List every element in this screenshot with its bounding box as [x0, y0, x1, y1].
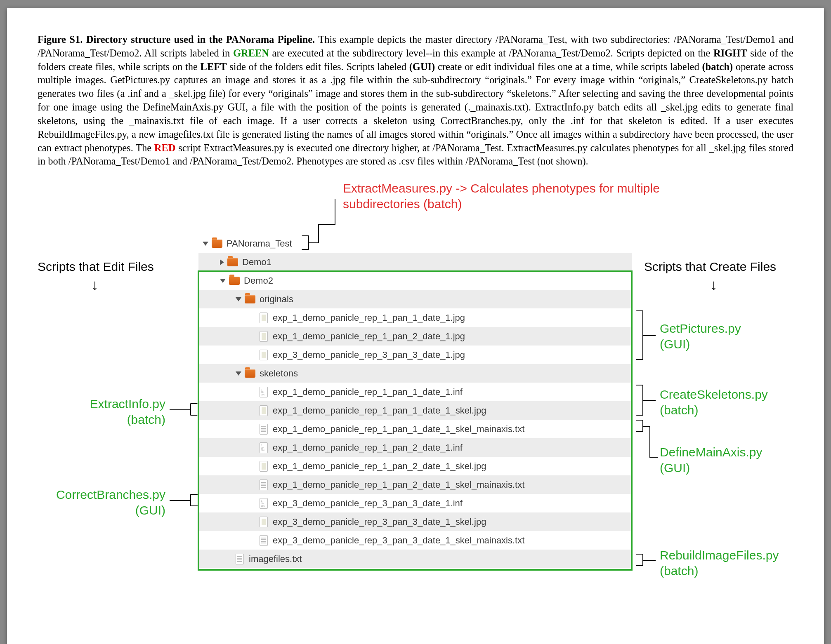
create-header: Scripts that Create Files [644, 259, 776, 275]
folder-icon [245, 369, 255, 378]
figure-page: Figure S1. Directory structure used in t… [7, 8, 824, 644]
tree-label: exp_1_demo_panicle_rep_1_pan_2_date_1.jp… [273, 331, 465, 342]
tree-row-file[interactable]: exp_1_demo_panicle_rep_1_pan_1_date_1.jp… [198, 308, 632, 327]
tree-row-file[interactable]: exp_1_demo_panicle_rep_1_pan_1_date_1_sk… [198, 420, 632, 438]
tree-label: Demo2 [244, 275, 273, 286]
tree-row-file[interactable]: exp_3_demo_panicle_rep_3_pan_3_date_1.jp… [198, 346, 632, 364]
rebuild-image-files-label: RebuildImageFiles.py(batch) [660, 548, 779, 578]
tree-label: skeletons [260, 368, 298, 379]
tree-label: PANorama_Test [227, 238, 292, 249]
jpg-file-icon [260, 517, 268, 527]
tree-row-file[interactable]: exp_3_demo_panicle_rep_3_pan_3_date_1.in… [198, 494, 632, 512]
figure-caption: Figure S1. Directory structure used in t… [38, 33, 793, 168]
green-word: GREEN [233, 47, 269, 59]
red-word: RED [154, 142, 176, 153]
tree-row-file[interactable]: exp_1_demo_panicle_rep_1_pan_2_date_1_sk… [198, 475, 632, 494]
tree-row-file[interactable]: exp_1_demo_panicle_rep_1_pan_2_date_1_sk… [198, 457, 632, 475]
diagram-area: ExtractMeasures.py -> Calculates phenoty… [38, 181, 793, 644]
txt-file-icon [236, 554, 244, 564]
tree-label: exp_3_demo_panicle_rep_3_pan_3_date_1.in… [273, 498, 463, 509]
tree-label: exp_1_demo_panicle_rep_1_pan_2_date_1_sk… [273, 461, 486, 472]
disclosure-open-icon[interactable] [236, 371, 241, 376]
jpg-file-icon [260, 461, 268, 472]
tree-row-file[interactable]: exp_3_demo_panicle_rep_3_pan_3_date_1_sk… [198, 512, 632, 531]
get-pictures-label: GetPictures.py(GUI) [660, 321, 741, 352]
tree-row-demo1[interactable]: Demo1 [198, 253, 632, 271]
tree-label: Demo1 [242, 257, 271, 268]
folder-icon [212, 240, 222, 248]
correct-branches-label: CorrectBranches.py(GUI) [38, 487, 165, 518]
tree-label: exp_1_demo_panicle_rep_1_pan_2_date_1_sk… [273, 479, 524, 490]
create-skeletons-label: CreateSkeletons.py(batch) [660, 387, 768, 418]
jpg-file-icon [260, 350, 268, 360]
tree-label: exp_1_demo_panicle_rep_1_pan_1_date_1_sk… [273, 424, 524, 435]
tree-row-skeletons[interactable]: skeletons [198, 364, 632, 383]
inf-file-icon [260, 498, 268, 509]
tree-label: exp_3_demo_panicle_rep_3_pan_3_date_1.jp… [273, 350, 465, 360]
tree-label: exp_1_demo_panicle_rep_1_pan_1_date_1_sk… [273, 405, 486, 416]
txt-file-icon [260, 424, 268, 435]
inf-file-icon [260, 387, 268, 397]
tree-row-originals[interactable]: originals [198, 290, 632, 308]
folder-icon [227, 258, 238, 266]
file-tree: PANorama_Test Demo1 Demo2 originals exp_… [198, 234, 632, 568]
tree-row-file[interactable]: exp_3_demo_panicle_rep_3_pan_3_date_1_sk… [198, 531, 632, 550]
tree-label: exp_1_demo_panicle_rep_1_pan_2_date_1.in… [273, 442, 463, 453]
tree-label: originals [260, 294, 293, 305]
folder-icon [229, 277, 240, 285]
tree-row-demo2[interactable]: Demo2 [198, 271, 632, 290]
jpg-file-icon [260, 405, 268, 416]
tree-row-file[interactable]: exp_1_demo_panicle_rep_1_pan_2_date_1.in… [198, 438, 632, 457]
tree-row-file[interactable]: exp_1_demo_panicle_rep_1_pan_1_date_1.in… [198, 383, 632, 401]
tree-label: exp_3_demo_panicle_rep_3_pan_3_date_1_sk… [273, 535, 524, 546]
tree-row-imagefiles[interactable]: imagefiles.txt [198, 550, 632, 568]
jpg-file-icon [260, 331, 268, 342]
inf-file-icon [260, 442, 268, 453]
edit-header: Scripts that Edit Files [38, 259, 154, 275]
tree-label: exp_3_demo_panicle_rep_3_pan_3_date_1_sk… [273, 517, 486, 527]
tree-row-file[interactable]: exp_1_demo_panicle_rep_1_pan_2_date_1.jp… [198, 327, 632, 346]
tree-row-root[interactable]: PANorama_Test [198, 234, 632, 253]
txt-file-icon [260, 479, 268, 490]
tree-label: exp_1_demo_panicle_rep_1_pan_1_date_1.in… [273, 387, 463, 397]
disclosure-open-icon[interactable] [203, 242, 208, 246]
jpg-file-icon [260, 313, 268, 323]
define-main-axis-label: DefineMainAxis.py(GUI) [660, 444, 762, 475]
extract-info-label: ExtractInfo.py(batch) [75, 396, 165, 427]
tree-row-file[interactable]: exp_1_demo_panicle_rep_1_pan_1_date_1_sk… [198, 401, 632, 420]
tree-label: exp_1_demo_panicle_rep_1_pan_1_date_1.jp… [273, 313, 465, 323]
disclosure-open-icon[interactable] [236, 297, 241, 301]
arrow-down-right-icon: ↓ [710, 276, 718, 294]
folder-icon [245, 295, 255, 303]
disclosure-closed-icon[interactable] [220, 259, 224, 265]
arrow-down-left-icon: ↓ [91, 276, 99, 294]
extract-measures-label: ExtractMeasures.py -> Calculates phenoty… [343, 181, 710, 212]
tree-label: imagefiles.txt [249, 554, 302, 564]
txt-file-icon [260, 535, 268, 546]
caption-title: Figure S1. Directory structure used in t… [38, 34, 315, 45]
disclosure-open-icon[interactable] [220, 279, 226, 283]
